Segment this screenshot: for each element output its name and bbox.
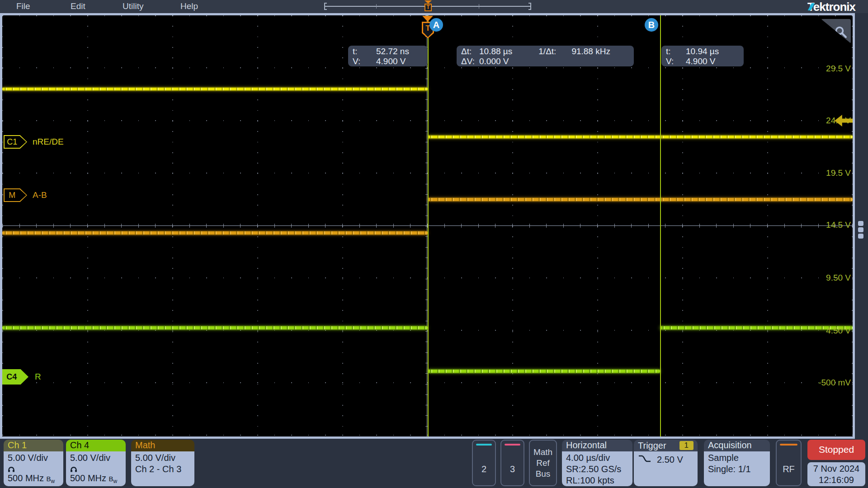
magnifier-icon bbox=[834, 25, 848, 40]
cursor-b-handle[interactable]: B bbox=[645, 18, 658, 32]
date-text: 7 Nov 2024 bbox=[807, 463, 865, 474]
acquisition-panel-title: Acquisition bbox=[704, 440, 770, 451]
ch1-vdiv: 5.00 V/div bbox=[8, 452, 59, 464]
ch2-button[interactable]: 2 bbox=[472, 440, 496, 486]
delta-v-value: 0.000 V bbox=[479, 56, 509, 66]
cursor-b-t-label: t: bbox=[666, 47, 680, 56]
slider-left-bracket bbox=[324, 3, 327, 10]
ch4-bw-w: w bbox=[113, 478, 118, 484]
math-signal-name: A-B bbox=[33, 190, 47, 200]
menu-utility[interactable]: Utility bbox=[123, 1, 143, 11]
cursor-a-line[interactable] bbox=[428, 15, 429, 436]
ch2-color-bar bbox=[476, 444, 492, 446]
slider-tick bbox=[479, 4, 479, 9]
ch1-bandwidth: 500 MHz bbox=[8, 473, 44, 483]
c1-signal-name: nRE/DE bbox=[33, 137, 64, 147]
rf-button-label: RF bbox=[777, 464, 801, 474]
acquisition-panel[interactable]: Acquisition Sample Single: 1/1 bbox=[704, 440, 770, 486]
graticule: T A B t: 52.72 ns V: 4.900 V Δt: 10.88 µ… bbox=[2, 15, 853, 436]
cursor-b-v-value: 4.900 V bbox=[686, 56, 716, 66]
ch1-bw-b: B bbox=[47, 475, 51, 483]
ch4-trace-low bbox=[428, 370, 660, 373]
cursor-delta-readout: Δt: 10.88 µs 1/Δt: 91.88 kHz ΔV: 0.000 V bbox=[457, 46, 634, 66]
trigger-panel[interactable]: Trigger 1 2.50 V bbox=[634, 440, 698, 486]
c4-badge-label: C4 bbox=[2, 369, 21, 385]
ch4-bandwidth: 500 MHz bbox=[70, 473, 106, 483]
channel-badge-c1[interactable]: C1 bbox=[4, 135, 27, 149]
c1-badge-label: C1 bbox=[4, 135, 20, 149]
menu-bar: File Edit Utility Help T Tektronix bbox=[0, 0, 868, 13]
cursor-b-t-value: 10.94 µs bbox=[686, 47, 719, 56]
inv-delta-t-label: 1/Δt: bbox=[538, 47, 556, 56]
mrb-bus-label: Bus bbox=[530, 469, 556, 479]
math-badge-title: Math bbox=[131, 440, 194, 451]
scale-label-4-50v: 4.50 V bbox=[801, 326, 851, 336]
cursor-b-line[interactable] bbox=[660, 15, 661, 436]
tektronix-logo: Tektronix bbox=[807, 0, 855, 14]
rf-color-bar bbox=[780, 444, 797, 446]
channel-badge-math[interactable]: M bbox=[4, 188, 27, 202]
slider-right-bracket bbox=[528, 3, 531, 10]
drag-dot bbox=[858, 234, 863, 239]
delta-t-value: 10.88 µs bbox=[479, 47, 512, 56]
side-panel-drag-handle[interactable] bbox=[858, 221, 864, 240]
cursor-a-t-value: 52.72 ns bbox=[376, 47, 409, 56]
zoom-corner-button[interactable] bbox=[821, 19, 851, 43]
math-source: Ch 2 - Ch 3 bbox=[135, 464, 190, 475]
drag-dot bbox=[858, 227, 863, 232]
math-badge-label: M bbox=[4, 188, 20, 202]
cursor-a-handle[interactable]: A bbox=[429, 18, 443, 32]
run-state-indicator: Stopped bbox=[807, 440, 865, 460]
center-vertical-axis bbox=[427, 15, 427, 436]
cursor-b-readout: t: 10.94 µs V: 4.900 V bbox=[661, 46, 744, 66]
ch3-button-label: 3 bbox=[501, 464, 524, 474]
math-ref-bus-button[interactable]: Math Ref Bus bbox=[529, 440, 557, 486]
ch1-badge-title: Ch 1 bbox=[4, 440, 63, 451]
menu-file[interactable]: File bbox=[16, 1, 30, 11]
math-badge[interactable]: Math 5.00 V/div Ch 2 - Ch 3 bbox=[131, 440, 194, 486]
channel-badge-c4[interactable]: C4 bbox=[2, 369, 28, 385]
menu-help[interactable]: Help bbox=[180, 1, 198, 11]
trigger-source-badge: 1 bbox=[679, 441, 693, 450]
horizontal-scale: 4.00 µs/div bbox=[566, 452, 628, 464]
rf-button[interactable]: RF bbox=[776, 440, 802, 486]
horizontal-panel-title: Horizontal bbox=[562, 440, 632, 451]
ch3-color-bar bbox=[505, 444, 520, 446]
falling-edge-icon bbox=[638, 454, 651, 464]
rl-value: 100 kpts bbox=[580, 475, 614, 485]
menu-edit[interactable]: Edit bbox=[71, 1, 85, 11]
ch1-bw-w: w bbox=[51, 478, 55, 484]
datetime-display: 7 Nov 2024 12:16:09 bbox=[807, 462, 865, 486]
math-trace-low bbox=[2, 231, 428, 235]
bottom-status-bar: Ch 1 5.00 V/div 500 MHz Bw Ch 4 5.00 V/d… bbox=[0, 439, 868, 488]
cursor-a-v-value: 4.900 V bbox=[376, 56, 406, 66]
slider-tick bbox=[376, 4, 377, 9]
ch4-vdiv: 5.00 V/div bbox=[70, 452, 122, 464]
slider-trigger-position-marker[interactable]: T bbox=[424, 0, 432, 12]
ch1-trace-low bbox=[428, 136, 853, 138]
delta-v-label: ΔV: bbox=[461, 56, 479, 66]
math-trace-high bbox=[428, 198, 853, 201]
ch4-badge[interactable]: Ch 4 5.00 V/div 500 MHz Bw bbox=[66, 440, 126, 486]
scale-label-14-5v: 14.5 V bbox=[801, 220, 851, 230]
acquisition-single: Single: 1/1 bbox=[708, 464, 766, 475]
waveform-frame: T A B t: 52.72 ns V: 4.900 V Δt: 10.88 µ… bbox=[0, 13, 855, 439]
acquisition-mode: Sample bbox=[708, 452, 766, 464]
rl-label: RL: bbox=[566, 475, 580, 485]
trigger-level: 2.50 V bbox=[657, 454, 683, 465]
cursor-a-readout: t: 52.72 ns V: 4.900 V bbox=[348, 46, 428, 66]
ch3-button[interactable]: 3 bbox=[500, 440, 524, 486]
ch4-badge-title: Ch 4 bbox=[66, 440, 126, 451]
trigger-panel-title: Trigger bbox=[638, 441, 666, 451]
cursor-a-v-label: V: bbox=[353, 56, 367, 66]
mrb-ref-label: Ref bbox=[530, 458, 556, 469]
ch1-trace-high bbox=[2, 88, 428, 90]
delta-t-label: Δt: bbox=[461, 47, 479, 56]
ch1-badge[interactable]: Ch 1 5.00 V/div 500 MHz Bw bbox=[4, 440, 63, 486]
c4-signal-name: R bbox=[35, 372, 41, 382]
horizontal-panel[interactable]: Horizontal 4.00 µs/div SR:2.50 GS/s RL:1… bbox=[562, 440, 632, 486]
trigger-arrow-icon bbox=[425, 0, 432, 4]
math-vdiv: 5.00 V/div bbox=[135, 452, 190, 464]
scale-label-19-5v: 19.5 V bbox=[801, 168, 851, 178]
sr-value: 2.50 GS/s bbox=[581, 464, 621, 474]
